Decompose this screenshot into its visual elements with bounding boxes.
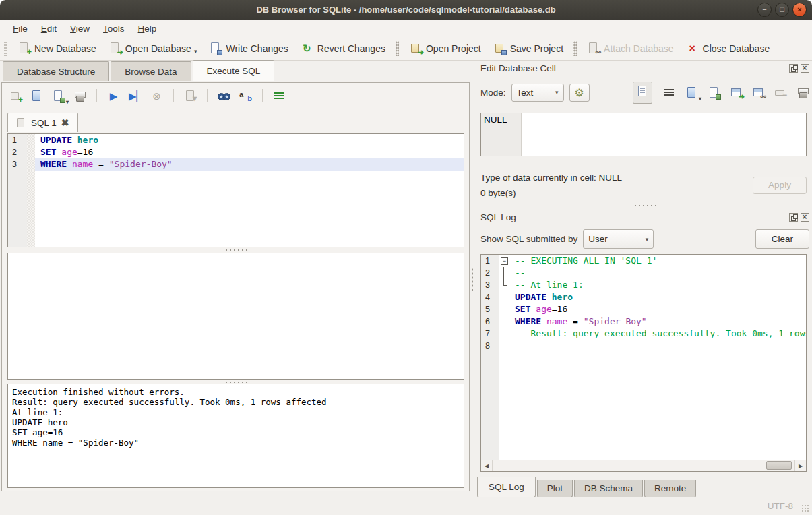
- log-line: 8: [481, 340, 806, 352]
- cell-editor-toolbar: Mode: Text▾ ⚙ ▾ ➜ ⚯ −: [480, 82, 809, 102]
- import-data-icon[interactable]: ▾: [685, 86, 698, 99]
- submitted-by-select[interactable]: User▾: [583, 229, 654, 249]
- menu-view[interactable]: View: [64, 22, 96, 36]
- float-dock-icon[interactable]: [789, 64, 798, 73]
- encoding-indicator: UTF-8: [768, 501, 793, 511]
- execution-output[interactable]: Execution finished without errors. Resul…: [7, 384, 464, 488]
- write-changes-icon: [209, 42, 222, 55]
- clear-log-button[interactable]: Clear: [755, 229, 809, 249]
- dock-tab-bar: SQL Log Plot DB Schema Remote: [477, 477, 697, 497]
- dropdown-caret-icon[interactable]: ▾: [194, 48, 197, 55]
- log-line: 7 -- Result: query executed successfully…: [481, 328, 806, 340]
- close-dock-icon[interactable]: [801, 213, 809, 222]
- output-line: SET age=16: [12, 427, 460, 437]
- maximize-icon[interactable]: □: [775, 3, 789, 17]
- log-line: 4 UPDATE hero: [481, 291, 806, 303]
- sql-log-title: SQL Log: [480, 212, 516, 222]
- sql-log-view[interactable]: 1 -- EXECUTING ALL IN 'SQL 1' 2 -- 3 -- …: [480, 254, 807, 472]
- main-tab-bar: Database Structure Browse Data Execute S…: [3, 61, 276, 81]
- open-sql-file-icon[interactable]: [30, 90, 43, 102]
- output-line: At line 1:: [12, 407, 460, 417]
- dock-tab-db-schema[interactable]: DB Schema: [574, 480, 643, 497]
- apply-button: Apply: [753, 177, 807, 194]
- panel-splitter[interactable]: [470, 61, 475, 497]
- resize-grip[interactable]: [801, 504, 809, 512]
- output-line: WHERE name = "Spider-Boy": [12, 437, 460, 448]
- save-project-button[interactable]: Save Project: [487, 38, 569, 58]
- log-line: 1 -- EXECUTING ALL IN 'SQL 1': [481, 255, 806, 267]
- find-icon[interactable]: [218, 90, 230, 102]
- dock-splitter[interactable]: [480, 203, 809, 208]
- sql-1-tab[interactable]: SQL 1 ✖: [7, 113, 78, 132]
- menu-bar: File Edit View Tools Help: [0, 20, 812, 36]
- open-project-button[interactable]: ➜ Open Project: [403, 38, 487, 58]
- dock-tab-plot[interactable]: Plot: [537, 480, 573, 497]
- mode-select[interactable]: Text▾: [511, 84, 564, 102]
- log-line: 3 -- At line 1:: [481, 279, 806, 291]
- close-database-button[interactable]: × Close Database: [680, 38, 776, 58]
- window-controls: − □ ×: [757, 3, 807, 17]
- revert-changes-button[interactable]: ↻ Revert Changes: [294, 38, 392, 58]
- replace-icon[interactable]: ab: [239, 90, 252, 102]
- write-changes-button[interactable]: Write Changes: [203, 38, 294, 58]
- editor-line-current: 3 WHERE name = "Spider-Boy": [8, 158, 464, 171]
- title-bar[interactable]: DB Browser for SQLite - /home/user/code/…: [0, 0, 812, 20]
- output-line: UPDATE hero: [12, 417, 460, 427]
- sql-log-dock-header: SQL Log: [480, 212, 809, 222]
- menu-help[interactable]: Help: [132, 22, 163, 36]
- scroll-left-icon[interactable]: ◀: [481, 463, 492, 469]
- close-dock-icon[interactable]: [801, 64, 809, 73]
- right-panel: Edit Database Cell Mode: Text▾ ⚙ ▾ ➜: [475, 61, 812, 497]
- fold-collapse-icon[interactable]: [499, 255, 509, 267]
- sql-editor[interactable]: 1 UPDATE hero 2 SET age=16 3 WHERE name …: [7, 133, 464, 247]
- save-sql-file-icon[interactable]: ▾: [52, 90, 65, 102]
- print-cell-icon[interactable]: [797, 86, 809, 99]
- revert-changes-icon: ↻: [301, 42, 313, 55]
- sql-toolbar: + ▾ ▶ ▶▏ ⊗ ▾ ab: [9, 89, 286, 102]
- cell-null-value: NULL: [484, 115, 507, 125]
- scroll-right-icon[interactable]: ▶: [795, 463, 806, 469]
- cell-value-editor[interactable]: NULL: [480, 113, 807, 156]
- export-data-icon[interactable]: [708, 86, 720, 99]
- auto-apply-button[interactable]: ⚙: [569, 84, 590, 102]
- window-title: DB Browser for SQLite - /home/user/code/…: [0, 5, 812, 15]
- tab-browse-data[interactable]: Browse Data: [111, 61, 191, 81]
- close-icon[interactable]: ×: [792, 3, 807, 17]
- new-sql-tab-icon[interactable]: +: [9, 90, 22, 102]
- output-line: Execution finished without errors.: [12, 387, 460, 397]
- cell-link-icon[interactable]: ⚯: [752, 86, 765, 99]
- execute-current-line-icon[interactable]: ▶▏: [129, 90, 142, 102]
- dock-tab-remote[interactable]: Remote: [644, 480, 696, 497]
- status-bar: UTF-8: [0, 497, 812, 515]
- minimize-icon[interactable]: −: [757, 3, 772, 17]
- external-app-icon[interactable]: ➜: [730, 86, 743, 99]
- editor-line: 1 UPDATE hero: [8, 134, 464, 146]
- editor-results-splitter[interactable]: [7, 247, 464, 253]
- print-icon[interactable]: [73, 90, 86, 102]
- text-mode-button[interactable]: [633, 82, 652, 104]
- results-pane[interactable]: [7, 253, 464, 380]
- dock-tab-sql-log[interactable]: SQL Log: [477, 477, 536, 497]
- left-panel: Database Structure Browse Data Execute S…: [0, 61, 471, 497]
- close-tab-icon[interactable]: ✖: [61, 117, 69, 128]
- app-window: DB Browser for SQLite - /home/user/code/…: [0, 0, 812, 515]
- toolbar-grip[interactable]: [573, 41, 577, 56]
- format-sql-icon[interactable]: [273, 90, 286, 102]
- log-horizontal-scrollbar[interactable]: ◀ ▶: [481, 460, 806, 471]
- tab-execute-sql[interactable]: Execute SQL: [193, 60, 275, 81]
- attach-database-button: ⚯ Attach Database: [581, 38, 680, 58]
- tab-database-structure[interactable]: Database Structure: [3, 61, 109, 81]
- float-dock-icon[interactable]: [789, 213, 798, 222]
- toolbar-grip[interactable]: [4, 41, 7, 56]
- open-database-button[interactable]: ➜ Open Database ▾: [102, 38, 204, 58]
- scrollbar-thumb[interactable]: [766, 461, 792, 470]
- editor-line: 2 SET age=16: [8, 146, 464, 158]
- stop-icon: ⊗: [150, 90, 163, 102]
- toolbar-grip[interactable]: [396, 41, 399, 56]
- menu-file[interactable]: File: [7, 22, 34, 36]
- word-wrap-icon[interactable]: [663, 86, 676, 99]
- menu-edit[interactable]: Edit: [35, 22, 63, 36]
- execute-all-icon[interactable]: ▶: [107, 90, 120, 102]
- menu-tools[interactable]: Tools: [97, 22, 131, 36]
- new-database-button[interactable]: + New Database: [11, 38, 102, 58]
